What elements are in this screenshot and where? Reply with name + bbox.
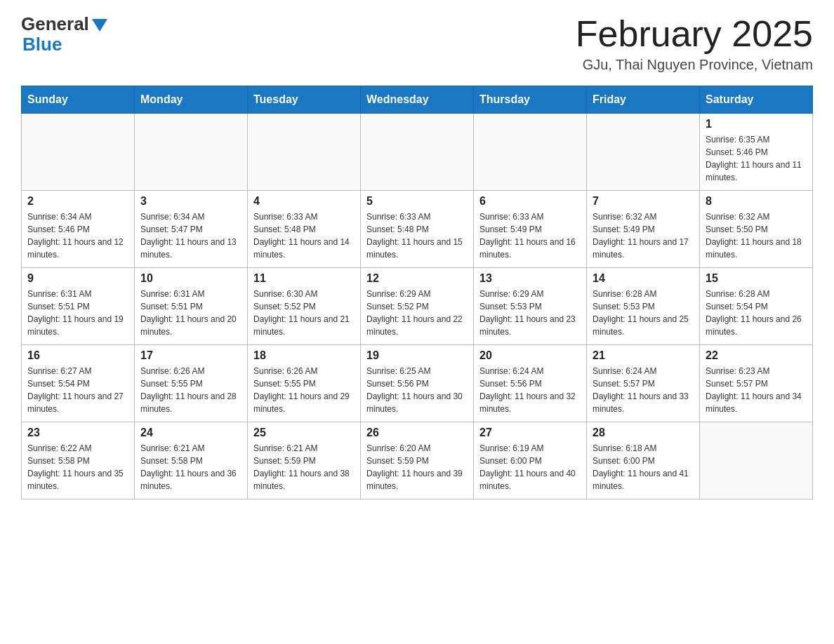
table-row: 28Sunrise: 6:18 AMSunset: 6:00 PMDayligh… [587,422,700,499]
day-info: Sunrise: 6:24 AMSunset: 5:57 PMDaylight:… [593,365,694,415]
calendar-week-row: 23Sunrise: 6:22 AMSunset: 5:58 PMDayligh… [22,422,813,499]
day-number: 13 [479,272,581,285]
table-row: 8Sunrise: 6:32 AMSunset: 5:50 PMDaylight… [700,191,813,268]
day-number: 10 [140,272,241,285]
day-number: 2 [27,195,128,208]
day-info: Sunrise: 6:35 AMSunset: 5:46 PMDaylight:… [706,133,807,184]
day-number: 6 [479,195,581,208]
table-row: 24Sunrise: 6:21 AMSunset: 5:58 PMDayligh… [135,422,248,499]
table-row: 3Sunrise: 6:34 AMSunset: 5:47 PMDaylight… [135,191,248,268]
table-row: 11Sunrise: 6:30 AMSunset: 5:52 PMDayligh… [248,268,361,345]
day-info: Sunrise: 6:26 AMSunset: 5:55 PMDaylight:… [140,365,241,415]
day-info: Sunrise: 6:20 AMSunset: 5:59 PMDaylight:… [366,442,468,492]
col-friday: Friday [587,86,700,114]
table-row [361,114,474,191]
calendar-table: Sunday Monday Tuesday Wednesday Thursday… [21,86,813,499]
table-row: 15Sunrise: 6:28 AMSunset: 5:54 PMDayligh… [700,268,813,345]
day-number: 20 [479,349,581,362]
day-info: Sunrise: 6:33 AMSunset: 5:48 PMDaylight:… [253,210,355,261]
day-info: Sunrise: 6:26 AMSunset: 5:55 PMDaylight:… [253,365,355,415]
table-row: 26Sunrise: 6:20 AMSunset: 5:59 PMDayligh… [361,422,474,499]
day-info: Sunrise: 6:22 AMSunset: 5:58 PMDaylight:… [27,442,128,492]
table-row [22,114,135,191]
day-info: Sunrise: 6:21 AMSunset: 5:59 PMDaylight:… [253,442,355,492]
day-number: 12 [366,272,468,285]
day-info: Sunrise: 6:27 AMSunset: 5:54 PMDaylight:… [27,365,128,415]
table-row: 16Sunrise: 6:27 AMSunset: 5:54 PMDayligh… [22,345,135,422]
day-number: 21 [593,349,694,362]
table-row: 7Sunrise: 6:32 AMSunset: 5:49 PMDaylight… [587,191,700,268]
day-number: 15 [706,272,807,285]
day-info: Sunrise: 6:32 AMSunset: 5:50 PMDaylight:… [706,210,807,261]
day-number: 22 [706,349,807,362]
col-sunday: Sunday [22,86,135,114]
table-row: 12Sunrise: 6:29 AMSunset: 5:52 PMDayligh… [361,268,474,345]
day-info: Sunrise: 6:28 AMSunset: 5:53 PMDaylight:… [593,288,694,338]
logo-arrow-icon [92,19,107,32]
day-number: 26 [366,427,468,439]
table-row: 22Sunrise: 6:23 AMSunset: 5:57 PMDayligh… [700,345,813,422]
col-thursday: Thursday [474,86,587,114]
day-number: 4 [253,195,355,208]
col-saturday: Saturday [700,86,813,114]
table-row: 13Sunrise: 6:29 AMSunset: 5:53 PMDayligh… [474,268,587,345]
logo-text-blue: Blue [22,34,107,55]
day-number: 18 [253,349,355,362]
day-info: Sunrise: 6:23 AMSunset: 5:57 PMDaylight:… [706,365,807,415]
table-row: 17Sunrise: 6:26 AMSunset: 5:55 PMDayligh… [135,345,248,422]
day-number: 27 [479,427,581,439]
day-info: Sunrise: 6:32 AMSunset: 5:49 PMDaylight:… [593,210,694,261]
logo-text-general: General [21,14,89,34]
day-info: Sunrise: 6:31 AMSunset: 5:51 PMDaylight:… [140,288,241,338]
day-number: 5 [366,195,468,208]
table-row: 21Sunrise: 6:24 AMSunset: 5:57 PMDayligh… [587,345,700,422]
table-row: 5Sunrise: 6:33 AMSunset: 5:48 PMDaylight… [361,191,474,268]
table-row: 20Sunrise: 6:24 AMSunset: 5:56 PMDayligh… [474,345,587,422]
day-info: Sunrise: 6:24 AMSunset: 5:56 PMDaylight:… [479,365,581,415]
calendar-week-row: 2Sunrise: 6:34 AMSunset: 5:46 PMDaylight… [22,191,813,268]
day-info: Sunrise: 6:31 AMSunset: 5:51 PMDaylight:… [27,288,128,338]
day-info: Sunrise: 6:19 AMSunset: 6:00 PMDaylight:… [479,442,581,492]
day-number: 14 [593,272,694,285]
day-info: Sunrise: 6:29 AMSunset: 5:52 PMDaylight:… [366,288,468,338]
day-number: 17 [140,349,241,362]
day-number: 16 [27,349,128,362]
calendar-header-row: Sunday Monday Tuesday Wednesday Thursday… [22,86,813,114]
day-number: 9 [27,272,128,285]
table-row: 10Sunrise: 6:31 AMSunset: 5:51 PMDayligh… [135,268,248,345]
day-info: Sunrise: 6:34 AMSunset: 5:46 PMDaylight:… [27,210,128,261]
calendar-week-row: 9Sunrise: 6:31 AMSunset: 5:51 PMDaylight… [22,268,813,345]
header-right: February 2025 GJu, Thai Nguyen Province,… [576,14,813,73]
day-info: Sunrise: 6:34 AMSunset: 5:47 PMDaylight:… [140,210,241,261]
day-number: 8 [706,195,807,208]
svg-marker-0 [92,19,107,32]
col-wednesday: Wednesday [361,86,474,114]
table-row: 4Sunrise: 6:33 AMSunset: 5:48 PMDaylight… [248,191,361,268]
table-row: 25Sunrise: 6:21 AMSunset: 5:59 PMDayligh… [248,422,361,499]
table-row: 14Sunrise: 6:28 AMSunset: 5:53 PMDayligh… [587,268,700,345]
day-info: Sunrise: 6:29 AMSunset: 5:53 PMDaylight:… [479,288,581,338]
day-number: 7 [593,195,694,208]
table-row [248,114,361,191]
day-info: Sunrise: 6:33 AMSunset: 5:49 PMDaylight:… [479,210,581,261]
table-row: 1Sunrise: 6:35 AMSunset: 5:46 PMDaylight… [700,114,813,191]
day-info: Sunrise: 6:33 AMSunset: 5:48 PMDaylight:… [366,210,468,261]
calendar-week-row: 16Sunrise: 6:27 AMSunset: 5:54 PMDayligh… [22,345,813,422]
day-info: Sunrise: 6:25 AMSunset: 5:56 PMDaylight:… [366,365,468,415]
day-number: 28 [593,427,694,439]
table-row: 6Sunrise: 6:33 AMSunset: 5:49 PMDaylight… [474,191,587,268]
page-header: General Blue February 2025 GJu, Thai Ngu… [21,14,813,73]
calendar-week-row: 1Sunrise: 6:35 AMSunset: 5:46 PMDaylight… [22,114,813,191]
table-row [135,114,248,191]
table-row: 9Sunrise: 6:31 AMSunset: 5:51 PMDaylight… [22,268,135,345]
table-row [587,114,700,191]
day-number: 1 [706,118,807,130]
page-subtitle: GJu, Thai Nguyen Province, Vietnam [576,57,813,73]
table-row: 23Sunrise: 6:22 AMSunset: 5:58 PMDayligh… [22,422,135,499]
day-number: 11 [253,272,355,285]
day-info: Sunrise: 6:30 AMSunset: 5:52 PMDaylight:… [253,288,355,338]
day-info: Sunrise: 6:21 AMSunset: 5:58 PMDaylight:… [140,442,241,492]
day-info: Sunrise: 6:18 AMSunset: 6:00 PMDaylight:… [593,442,694,492]
day-number: 25 [253,427,355,439]
day-number: 23 [27,427,128,439]
